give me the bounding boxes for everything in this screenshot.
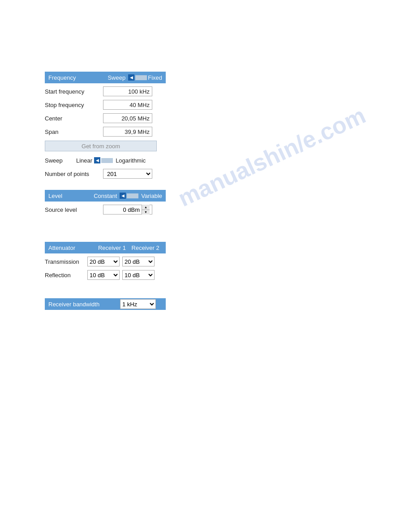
- stop-frequency-label: Stop frequency: [45, 102, 103, 108]
- variable-label: Variable: [141, 193, 162, 199]
- stop-frequency-input[interactable]: [103, 100, 152, 110]
- reflection-row: Reflection 0 dB 10 dB 20 dB 30 dB 40 dB …: [45, 270, 170, 280]
- frequency-header-label: Frequency: [48, 74, 76, 81]
- level-toggle-arrow[interactable]: ◀: [120, 193, 126, 199]
- frequency-toggle-arrow[interactable]: ◀: [128, 74, 134, 81]
- sweep-logarithmic-label: Logarithmic: [116, 157, 146, 164]
- attenuator-col0: Attenuator: [48, 245, 95, 251]
- transmission-row: Transmission 0 dB 10 dB 20 dB 30 dB 40 d…: [45, 256, 170, 267]
- level-header: Level Constant ◀ Variable: [45, 190, 166, 202]
- source-level-label: Source level: [45, 206, 103, 213]
- source-level-row: Source level ▲ ▼: [45, 204, 170, 215]
- center-label: Center: [45, 115, 103, 122]
- sweep-label-header: Sweep: [108, 74, 125, 81]
- level-toggle-track: [127, 193, 138, 198]
- reflection-r2-select[interactable]: 0 dB 10 dB 20 dB 30 dB 40 dB: [122, 270, 155, 280]
- sweep-linear-label: Linear: [76, 157, 92, 164]
- frequency-header-right: Fixed: [148, 74, 162, 81]
- sweep-toggle-track: [101, 158, 113, 163]
- source-level-spinners: ▲ ▼: [142, 205, 150, 215]
- rbw-select[interactable]: 100 Hz 300 Hz 1 kHz 3 kHz 10 kHz 30 kHz …: [120, 299, 156, 309]
- frequency-section: Frequency Sweep ◀ Fixed Start frequency …: [45, 72, 170, 179]
- attenuator-col2: Receiver 2: [129, 245, 162, 251]
- receiver-bandwidth-section: Receiver bandwidth 100 Hz 300 Hz 1 kHz 3…: [45, 298, 215, 310]
- attenuator-col1: Receiver 1: [95, 245, 129, 251]
- level-header-label: Level: [48, 193, 62, 199]
- attenuator-section: Attenuator Receiver 1 Receiver 2 Transmi…: [45, 242, 170, 280]
- get-from-zoom-button[interactable]: Get from zoom: [45, 141, 157, 151]
- sweep-toggle-control[interactable]: ◀: [94, 157, 114, 163]
- level-toggle[interactable]: ◀: [120, 193, 139, 199]
- span-input[interactable]: [103, 127, 152, 137]
- rbw-row: Receiver bandwidth 100 Hz 300 Hz 1 kHz 3…: [45, 298, 166, 310]
- span-row: Span: [45, 126, 170, 137]
- get-from-zoom-label: Get from zoom: [82, 143, 120, 150]
- points-row: Number of points 11 51 101 201 401 801 1…: [45, 168, 170, 179]
- reflection-r1-select[interactable]: 0 dB 10 dB 20 dB 30 dB 40 dB: [87, 270, 120, 280]
- center-row: Center: [45, 113, 170, 124]
- center-input[interactable]: [103, 113, 152, 123]
- frequency-toggle-track: [135, 75, 147, 80]
- source-level-up[interactable]: ▲: [142, 205, 150, 210]
- sweep-type-label: Sweep: [45, 157, 76, 164]
- transmission-label: Transmission: [45, 258, 87, 265]
- sweep-toggle-arrow[interactable]: ◀: [94, 157, 100, 163]
- sweep-type-row: Sweep Linear ◀ Logarithmic: [45, 155, 170, 166]
- reflection-label: Reflection: [45, 272, 87, 279]
- transmission-r2-select[interactable]: 0 dB 10 dB 20 dB 30 dB 40 dB: [122, 257, 155, 266]
- level-section: Level Constant ◀ Variable Source level ▲…: [45, 190, 170, 215]
- points-label: Number of points: [45, 171, 103, 177]
- source-level-input[interactable]: [103, 205, 142, 214]
- points-select[interactable]: 11 51 101 201 401 801 1601: [103, 169, 152, 179]
- source-level-down[interactable]: ▼: [142, 210, 150, 215]
- frequency-header: Frequency Sweep ◀ Fixed: [45, 72, 166, 83]
- constant-label: Constant: [94, 193, 117, 199]
- attenuator-header: Attenuator Receiver 1 Receiver 2: [45, 242, 166, 253]
- start-frequency-label: Start frequency: [45, 88, 103, 95]
- start-frequency-row: Start frequency: [45, 86, 170, 97]
- sweep-type-toggle: Linear ◀ Logarithmic: [76, 157, 146, 164]
- frequency-toggle[interactable]: ◀: [128, 74, 148, 81]
- transmission-r1-select[interactable]: 0 dB 10 dB 20 dB 30 dB 40 dB: [87, 257, 120, 266]
- stop-frequency-row: Stop frequency: [45, 99, 170, 110]
- span-label: Span: [45, 129, 103, 135]
- rbw-label: Receiver bandwidth: [48, 301, 111, 308]
- source-level-input-wrap: ▲ ▼: [103, 205, 152, 215]
- start-frequency-input[interactable]: [103, 86, 152, 96]
